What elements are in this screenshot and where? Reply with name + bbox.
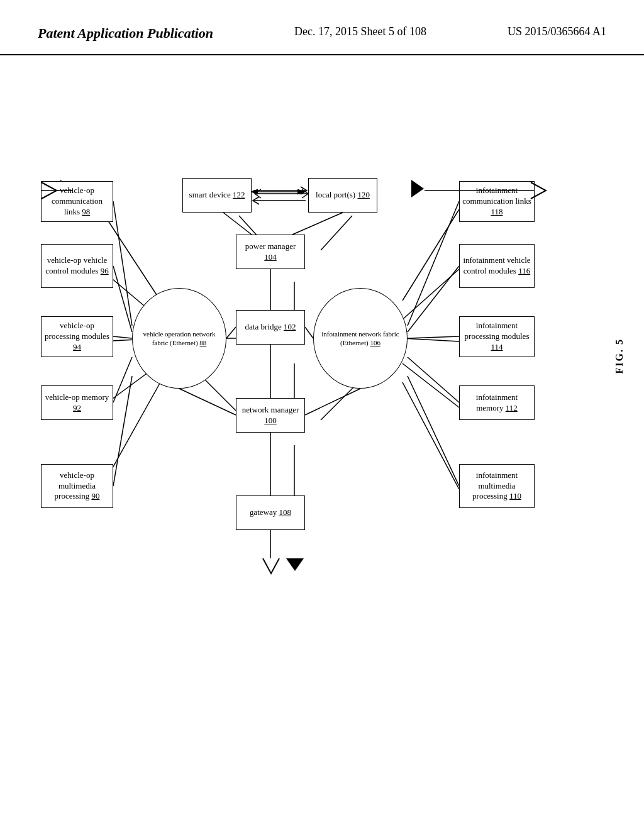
bidir-arrows xyxy=(250,183,310,211)
diagram-area: vehicle-op communication links 98 vehicl… xyxy=(0,55,644,778)
svg-line-32 xyxy=(408,266,459,332)
svg-line-34 xyxy=(408,357,459,402)
svg-line-28 xyxy=(113,357,132,402)
fig-label: FIG. 5 xyxy=(614,338,625,374)
page-header: Patent Application Publication Dec. 17, … xyxy=(0,0,644,55)
svg-line-6 xyxy=(402,209,459,301)
svg-line-29 xyxy=(113,376,132,486)
vehicle-op-network-fabric-ellipse: vehicle operation network fabric (Ethern… xyxy=(132,288,226,389)
network-manager-box: network manager 100 xyxy=(236,398,305,433)
svg-line-26 xyxy=(113,266,132,332)
svg-line-35 xyxy=(408,376,459,486)
smart-device-box: smart device 122 xyxy=(182,178,252,213)
svg-line-8 xyxy=(402,338,459,341)
svg-line-41 xyxy=(179,389,236,415)
vehicle-op-multimedia-box: vehicle-op multimedia processing 90 xyxy=(41,464,113,508)
infotainment-network-fabric-ellipse: infotainment network fabric (Ethernet) 1… xyxy=(313,288,408,389)
svg-line-10 xyxy=(402,382,459,489)
bottom-arrow xyxy=(286,558,304,571)
svg-line-38 xyxy=(223,213,252,235)
top-right-arrow xyxy=(411,180,424,197)
gateway-box: gateway 108 xyxy=(236,495,305,530)
svg-line-7 xyxy=(402,269,459,319)
svg-line-33 xyxy=(408,336,459,338)
svg-line-30 xyxy=(226,327,236,338)
svg-line-14 xyxy=(321,216,352,250)
svg-line-25 xyxy=(113,201,132,326)
svg-line-27 xyxy=(113,336,132,338)
infotainment-multimedia-box: infotainment multimedia processing 110 xyxy=(459,464,535,508)
local-ports-box: local port(s) 120 xyxy=(308,178,377,213)
svg-line-39 xyxy=(292,213,343,235)
top-right-open-arrow xyxy=(528,180,551,201)
power-manager-box: power manager 104 xyxy=(236,235,305,269)
patent-number-label: US 2015/0365664 A1 xyxy=(508,25,606,38)
vehicle-op-vehicle-control-box: vehicle-op vehicle control modules 96 xyxy=(41,244,113,288)
svg-line-36 xyxy=(305,327,313,338)
infotainment-comm-links-box: infotainment communication links 118 xyxy=(459,181,535,222)
top-left-open-arrow xyxy=(39,180,62,201)
infotainment-memory-box: infotainment memory 112 xyxy=(459,385,535,420)
bottom-open-arrow xyxy=(260,556,282,578)
svg-line-9 xyxy=(402,363,459,407)
vehicle-op-memory-box: vehicle-op memory 92 xyxy=(41,385,113,420)
infotainment-processing-box: infotainment processing modules 114 xyxy=(459,316,535,357)
infotainment-vehicle-control-box: infotainment vehicle control modules 116 xyxy=(459,244,535,288)
svg-line-42 xyxy=(305,389,360,415)
vehicle-op-processing-box: vehicle-op processing modules 94 xyxy=(41,316,113,357)
publication-label: Patent Application Publication xyxy=(38,25,213,42)
svg-line-31 xyxy=(408,201,459,326)
data-bridge-box: data bridge 102 xyxy=(236,310,305,345)
date-sheet-label: Dec. 17, 2015 Sheet 5 of 108 xyxy=(294,25,426,38)
